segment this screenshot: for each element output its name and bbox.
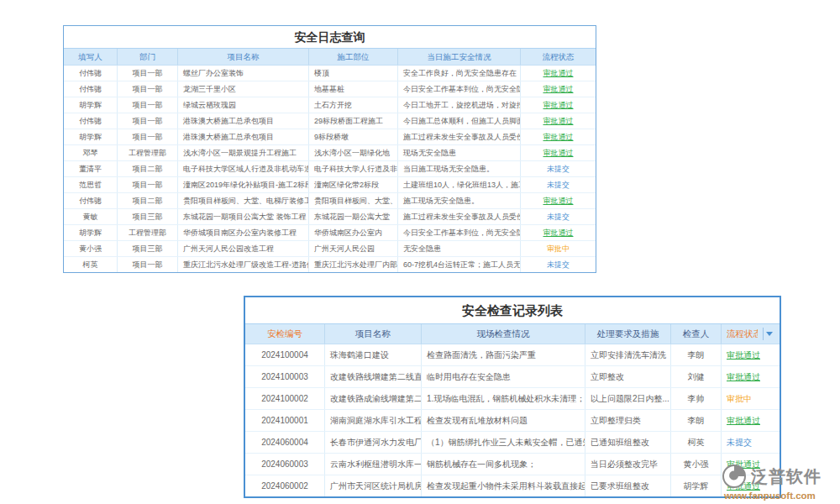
check-no-link[interactable]: 2024060004 bbox=[245, 432, 325, 453]
situation-cell: 施工过程未发生安全事故及人员受伤情况 bbox=[398, 129, 521, 144]
measure-cell: 立即安排清洗车清洗 bbox=[585, 344, 671, 365]
project-link[interactable]: 华侨城项目南区办公室内装修工程 bbox=[178, 225, 309, 240]
status-badge[interactable]: 审批中 bbox=[521, 241, 596, 256]
writer-link[interactable]: 黄敏 bbox=[64, 209, 118, 224]
status-badge[interactable]: 未提交 bbox=[521, 161, 596, 176]
safety-log-title: 安全日志查询 bbox=[64, 26, 596, 48]
safety-log-body: 付伟骢项目一部螺丝厂办公室装饰楼顶安全工作良好，尚无安全隐患存在审批通过付伟骢项… bbox=[64, 66, 596, 272]
inspector-link[interactable]: 李朗 bbox=[671, 410, 722, 431]
project-link[interactable]: 贵阳项目样板间、大堂、电梯厅装修工程 bbox=[178, 193, 309, 208]
safety-log-table: 安全日志查询 填写人 部门 项目名称 施工部位 当日施工安全情况 流程状态 付伟… bbox=[63, 25, 596, 273]
fanpu-logo-icon bbox=[721, 463, 748, 490]
writer-link[interactable]: 胡学辉 bbox=[64, 225, 118, 240]
dept-cell: 项目一部 bbox=[118, 66, 178, 81]
status-badge[interactable]: 审批通过 bbox=[722, 344, 780, 365]
status-badge[interactable]: 审批通过 bbox=[521, 193, 596, 208]
project-link[interactable]: 重庆江北污水处理厂级改造工程-道路修复 bbox=[178, 257, 309, 272]
dept-cell: 项目一部 bbox=[118, 97, 178, 113]
project-link[interactable]: 电子科技大学区域人行道及非机动车道工程 bbox=[178, 161, 309, 176]
inspection-cell: 钢筋机械存在一间多机现象； bbox=[422, 454, 585, 475]
inspector-link[interactable]: 胡学辉 bbox=[671, 475, 722, 496]
inspection-cell: 临时用电存在安全隐患 bbox=[422, 366, 585, 387]
writer-link[interactable]: 付伟骢 bbox=[64, 66, 118, 81]
project-link[interactable]: 浅水湾小区一期景观提升工程施工 bbox=[178, 145, 309, 160]
table-row: 2024100004珠海鹤港口建设检查路面清洗，路面污染严重立即安排清洗车清洗李… bbox=[245, 344, 780, 366]
situation-cell: 今日施工总体顺利，但施工人员脚面烫伤 bbox=[398, 113, 521, 129]
inspection-cell: 1.现场临电混乱，钢筋机械处积水未清理；2... bbox=[422, 388, 585, 409]
status-filter-button[interactable] bbox=[763, 328, 774, 340]
table-row: 付伟骢项目一部龙湖三千里小区地基基桩今日安全工作基本到位，尚无安全隐患...审批… bbox=[64, 81, 596, 97]
project-link[interactable]: 广州市天河区统计局机房改... bbox=[325, 475, 422, 496]
inspection-cell: 检查路面清洗，路面污染严重 bbox=[422, 344, 585, 365]
writer-link[interactable]: 付伟骢 bbox=[64, 81, 118, 97]
project-link[interactable]: 东城花园一期项目公寓大堂 装饰工程 bbox=[178, 209, 309, 224]
status-badge[interactable]: 审批通过 bbox=[521, 81, 596, 97]
table-row: 2024060004长春市伊通河水力发电厂改...（1）钢筋绑扎作业三人未戴安全… bbox=[245, 432, 780, 454]
status-badge[interactable]: 审批通过 bbox=[521, 145, 596, 160]
project-link[interactable]: 港珠澳大桥施工总承包项目 bbox=[178, 113, 309, 129]
status-badge[interactable]: 审批通过 bbox=[722, 366, 780, 387]
inspector-link[interactable]: 黄小强 bbox=[671, 454, 722, 475]
project-link[interactable]: 港珠澳大桥施工总承包项目 bbox=[178, 129, 309, 144]
writer-link[interactable]: 柯英 bbox=[64, 257, 118, 272]
project-link[interactable]: 珠海鹤港口建设 bbox=[325, 344, 422, 365]
check-no-link[interactable]: 2024100001 bbox=[245, 410, 325, 431]
writer-link[interactable]: 付伟骢 bbox=[64, 193, 118, 208]
status-badge[interactable]: 审批通过 bbox=[521, 113, 596, 129]
measure-cell: 立即整改 bbox=[585, 366, 671, 387]
table-row: 胡学辉项目一部港珠澳大桥施工总承包项目9标段桥墩施工过程未发生安全事故及人员受伤… bbox=[64, 129, 596, 145]
project-link[interactable]: 绿城云栖玫瑰园 bbox=[178, 97, 309, 113]
check-no-link[interactable]: 2024060003 bbox=[245, 454, 325, 475]
table-row: 黄小强项目三部广州天河人民公园改造工程广州天河人民公园无安全隐患审批中 bbox=[64, 241, 596, 257]
project-link[interactable]: 湖南洞庭湖水库引水工程施... bbox=[325, 410, 422, 431]
status-badge[interactable]: 未提交 bbox=[521, 177, 596, 192]
table-row: 2024100001湖南洞庭湖水库引水工程施...检查发现有乱堆放材料问题立即整… bbox=[245, 410, 780, 432]
writer-link[interactable]: 黄小强 bbox=[64, 241, 118, 256]
part-cell: 9标段桥墩 bbox=[309, 129, 398, 144]
writer-link[interactable]: 范思哲 bbox=[64, 177, 118, 192]
dept-cell: 项目一部 bbox=[118, 257, 178, 272]
inspector-link[interactable]: 柯英 bbox=[671, 432, 722, 453]
check-no-link[interactable]: 2024100003 bbox=[245, 366, 325, 387]
project-link[interactable]: 改建铁路线增建第二线直通... bbox=[325, 366, 422, 387]
col-header-dept: 部门 bbox=[118, 49, 178, 65]
project-link[interactable]: 龙湖三千里小区 bbox=[178, 81, 309, 97]
table-row: 2024060002广州市天河区统计局机房改...检查发现起重小物件未采用料斗装… bbox=[245, 475, 780, 496]
status-badge[interactable]: 审批通过 bbox=[521, 225, 596, 240]
project-link[interactable]: 广州天河人民公园改造工程 bbox=[178, 241, 309, 256]
status-badge[interactable]: 未提交 bbox=[521, 209, 596, 224]
check-no-link[interactable]: 2024100002 bbox=[245, 388, 325, 409]
status-badge[interactable]: 审批通过 bbox=[521, 129, 596, 144]
check-no-link[interactable]: 2024060002 bbox=[245, 475, 325, 496]
inspector-link[interactable]: 李朗 bbox=[671, 344, 722, 365]
status-badge[interactable]: 审批通过 bbox=[521, 66, 596, 81]
inspector-link[interactable]: 李帅 bbox=[671, 388, 722, 409]
project-link[interactable]: 云南水利枢纽潜明水库一期... bbox=[325, 454, 422, 475]
writer-link[interactable]: 董清平 bbox=[64, 161, 118, 176]
writer-link[interactable]: 胡学辉 bbox=[64, 129, 118, 144]
writer-link[interactable]: 邓琴 bbox=[64, 145, 118, 160]
project-link[interactable]: 长春市伊通河水力发电厂改... bbox=[325, 432, 422, 453]
status-badge[interactable]: 审批通过 bbox=[521, 97, 596, 113]
situation-cell: 无安全隐患 bbox=[398, 241, 521, 256]
table-row: 柯英项目一部重庆江北污水处理厂级改造工程-道路修复重庆江北污水处理厂内部...6… bbox=[64, 257, 596, 272]
check-no-link[interactable]: 2024100004 bbox=[245, 344, 325, 365]
writer-link[interactable]: 付伟骢 bbox=[64, 113, 118, 129]
writer-link[interactable]: 胡学辉 bbox=[64, 97, 118, 113]
status-badge[interactable]: 未提交 bbox=[722, 432, 780, 453]
status-badge[interactable]: 审批通过 bbox=[722, 410, 780, 431]
project-link[interactable]: 螺丝厂办公室装饰 bbox=[178, 66, 309, 81]
inspector-link[interactable]: 刘健 bbox=[671, 366, 722, 387]
situation-cell: 土建班组10人，绿化班组13人，施工现... bbox=[398, 177, 521, 192]
project-link[interactable]: 潼南区2019年绿化补贴项目-施工2标段 bbox=[178, 177, 309, 192]
status-badge[interactable]: 未提交 bbox=[521, 257, 596, 272]
part-cell: 29标段桥面工程施工 bbox=[309, 113, 398, 129]
project-link[interactable]: 改建铁路成渝线增建第二直... bbox=[325, 388, 422, 409]
status-badge[interactable]: 审批中 bbox=[722, 388, 780, 409]
inspection-cell: 检查发现有乱堆放材料问题 bbox=[422, 410, 585, 431]
col-header-part: 施工部位 bbox=[309, 49, 398, 65]
safety-check-table: 安全检查记录列表 安检编号 项目名称 现场检查情况 处理要求及措施 检查人 流程… bbox=[244, 296, 781, 498]
situation-cell: 今日工地开工，旋挖机进场，对旋挖机... bbox=[398, 97, 521, 113]
dept-cell: 工程管理部 bbox=[118, 225, 178, 240]
situation-cell: 施工过程未发生安全事故及人员受伤情况 bbox=[398, 209, 521, 224]
